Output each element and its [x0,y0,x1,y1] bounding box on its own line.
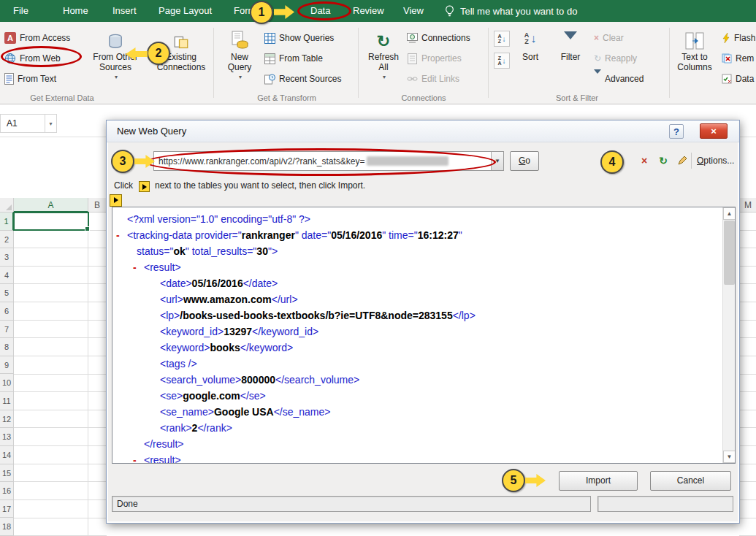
row-header[interactable]: 18 [0,518,14,536]
collapse-toggle[interactable]: - [133,452,137,463]
scroll-down-button[interactable]: ▼ [723,451,736,463]
cell-a1-selection[interactable] [13,212,89,231]
select-all-corner[interactable] [0,198,14,213]
xml-line: <date>05/16/2016</date> [112,275,722,291]
tab-home[interactable]: Home [60,0,91,22]
edit-links-button: Edit Links [407,70,459,88]
tab-file[interactable]: File [10,0,31,22]
row-header[interactable]: 15 [0,464,14,483]
close-button[interactable]: × [700,123,728,139]
xml-line: <keyword>books</keyword> [112,340,722,356]
filter-button[interactable]: Filter [553,28,588,62]
xml-line: </result> [112,436,722,452]
sort-az-button[interactable]: AZ↓ [494,31,510,47]
clear-icon: × [594,33,599,43]
text-to-columns-button[interactable]: Text to Columns [672,28,717,72]
xml-content: <?xml version="1.0" encoding="utf-8" ?>-… [112,207,722,463]
tab-insert[interactable]: Insert [110,0,140,22]
cancel-button[interactable]: Cancel [650,471,731,491]
row-header[interactable]: 9 [0,356,14,375]
vertical-scrollbar[interactable]: ▲ ▼ [722,207,735,463]
table-select-arrow-button[interactable] [110,193,122,205]
new-query-button[interactable]: New Query ▾ [218,28,261,83]
tab-review[interactable]: Review [350,0,387,22]
connections-sheets-icon [174,28,188,50]
row-header[interactable]: 8 [0,338,14,356]
row-header[interactable]: 12 [0,410,14,429]
dialog-title-bar[interactable]: New Web Query ? × [107,120,739,142]
refresh-all-button[interactable]: ↻ Refresh All ▾ [363,28,404,83]
row-header[interactable]: 5 [0,284,14,302]
row-headers: 123456789101112131415161718 [0,213,14,536]
xml-line: <search_volume>800000</search_volume> [112,372,722,388]
cell-area-right-sliver[interactable] [739,213,756,536]
name-box-dropdown[interactable]: ▾ [45,114,57,133]
row-header[interactable]: 7 [0,321,14,339]
recent-sources-button[interactable]: Recent Sources [264,70,341,88]
advanced-button[interactable]: Advanced [594,70,644,88]
dialog-title: New Web Query [117,126,186,137]
highlight-oval-url [145,148,496,176]
column-header-a[interactable]: A [14,198,88,213]
cell-area[interactable] [14,213,107,536]
links-chain-icon [407,74,418,85]
advanced-funnel-icon [594,74,601,84]
xml-line: <rank>2</rank> [112,420,722,436]
row-header[interactable]: 1 [0,213,14,231]
row-header[interactable]: 14 [0,446,14,464]
row-header[interactable]: 3 [0,248,14,267]
show-queries-button[interactable]: Show Queries [264,29,334,47]
collapse-toggle[interactable]: - [116,227,120,243]
row-header[interactable]: 2 [0,231,14,249]
sort-za-button[interactable]: ZA↓ [494,53,510,69]
go-button[interactable]: Go [510,151,539,171]
connections-button[interactable]: Connections [407,29,470,47]
from-text-button[interactable]: From Text [4,70,56,88]
options-button[interactable]: Options... [697,156,734,166]
scrollbar-thumb[interactable] [724,221,735,285]
highlight-oval-data-tab [297,1,351,20]
collapse-toggle[interactable]: - [133,259,137,275]
xml-line: -<tracking-data provider="rankranger" da… [112,227,722,243]
xml-line: <keyword_id>13297</keyword_id> [112,323,722,340]
row-header[interactable]: 4 [0,267,14,285]
refresh-icon[interactable]: ↻ [656,153,671,168]
from-access-button[interactable]: A From Access [4,29,70,47]
row-header[interactable]: 11 [0,392,14,410]
table-select-arrow-icon [139,181,150,192]
data-validation-button[interactable]: Data [722,70,754,88]
from-table-button[interactable]: From Table [264,50,323,67]
down-arrow-icon: ↓ [503,57,506,65]
database-icon [107,28,123,50]
row-header[interactable]: 13 [0,428,14,446]
xml-line: <?xml version="1.0" encoding="utf-8" ?> [112,211,722,227]
row-header[interactable]: 17 [0,500,14,518]
down-arrow-icon: ↓ [503,35,506,43]
tab-view[interactable]: View [400,0,427,22]
name-box[interactable]: A1 [0,114,45,133]
group-separator [358,28,359,98]
remove-duplicates-button[interactable]: Rem [722,50,754,67]
import-button[interactable]: Import [559,471,638,491]
tab-page-layout[interactable]: Page Layout [156,0,215,22]
tell-me-box[interactable]: Tell me what you want to do [444,0,577,22]
scroll-up-button[interactable]: ▲ [723,207,736,220]
row-header[interactable]: 10 [0,374,14,392]
flash-fill-icon [722,33,730,43]
xml-line: <url>www.amazon.com</url> [112,291,722,307]
help-button[interactable]: ? [669,124,684,139]
column-header-b[interactable]: B [88,198,107,213]
chevron-down-icon: ▾ [383,72,386,83]
flash-fill-button[interactable]: Flash [722,29,755,47]
sort-button[interactable]: AZ↓ Sort [514,28,546,62]
row-header[interactable]: 6 [0,302,14,321]
column-header-m[interactable]: M [739,198,756,213]
row-header[interactable]: 16 [0,482,14,500]
stop-icon[interactable]: × [637,153,652,168]
funnel-icon [564,28,577,50]
group-label-connections: Connections [358,93,489,102]
ribbon-tab-bar: File Home Insert Page Layout Formulas Da… [0,0,756,22]
edit-icon[interactable] [675,153,690,168]
callout-1: 1 [250,1,273,24]
recent-clock-icon [264,74,275,85]
